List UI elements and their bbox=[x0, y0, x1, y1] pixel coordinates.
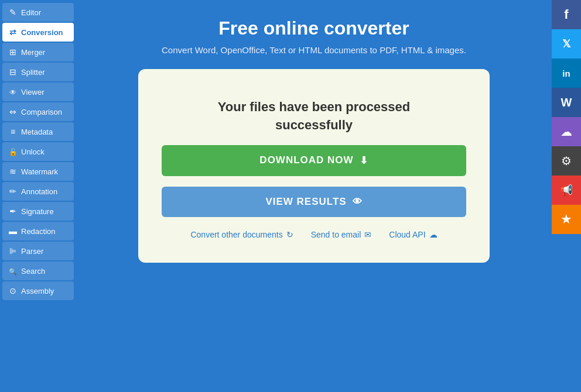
sidebar-label-parser: Parser bbox=[21, 247, 43, 256]
cloud-api-link[interactable]: Cloud API bbox=[389, 230, 437, 239]
sidebar-label-redaction: Redaction bbox=[21, 227, 56, 236]
sidebar-label-metadata: Metadata bbox=[21, 128, 53, 136]
redaction-icon bbox=[8, 226, 18, 236]
sidebar-label-unlock: Unlock bbox=[21, 147, 45, 156]
sidebar-label-viewer: Viewer bbox=[21, 88, 45, 97]
sidebar-item-editor[interactable]: Editor bbox=[2, 3, 74, 22]
annotation-icon bbox=[8, 187, 18, 196]
success-line1: Your files have been processed bbox=[218, 99, 411, 114]
search-icon bbox=[8, 266, 18, 276]
editor-icon bbox=[8, 8, 18, 17]
convert-other-label: Convert other documents bbox=[190, 230, 282, 239]
download-button-label: DOWNLOAD NOW bbox=[259, 154, 353, 166]
sidebar-item-annotation[interactable]: Annotation bbox=[2, 182, 74, 201]
social-linkedin-button[interactable]: in bbox=[552, 59, 581, 88]
page-title: Free online converter bbox=[218, 18, 409, 39]
sidebar-label-editor: Editor bbox=[21, 8, 41, 17]
sidebar: Editor Conversion Merger Splitter Viewer… bbox=[0, 0, 76, 392]
megaphone-icon: 📢 bbox=[560, 184, 573, 197]
sidebar-item-viewer[interactable]: Viewer bbox=[2, 82, 74, 101]
sidebar-item-comparison[interactable]: Comparison bbox=[2, 102, 74, 121]
cloud-api-label: Cloud API bbox=[389, 230, 425, 239]
sidebar-label-comparison: Comparison bbox=[21, 108, 62, 116]
sidebar-label-search: Search bbox=[21, 267, 45, 276]
result-card: Your files have been processed successfu… bbox=[138, 69, 490, 263]
email-icon bbox=[364, 230, 371, 239]
social-github-button[interactable]: ⚙ bbox=[552, 146, 581, 176]
social-word-button[interactable]: W bbox=[552, 88, 581, 117]
cloud-icon bbox=[429, 230, 438, 239]
sidebar-label-watermark: Watermark bbox=[21, 167, 58, 176]
watermark-icon bbox=[8, 167, 18, 176]
parser-icon bbox=[8, 246, 18, 256]
sidebar-label-splitter: Splitter bbox=[21, 68, 45, 77]
download-button[interactable]: DOWNLOAD NOW bbox=[162, 145, 466, 176]
splitter-icon bbox=[8, 67, 18, 77]
success-message: Your files have been processed successfu… bbox=[218, 98, 411, 135]
linkedin-icon: in bbox=[562, 68, 570, 78]
page-subtitle: Convert Word, OpenOffice, Text or HTML d… bbox=[162, 45, 466, 55]
social-bar: f 𝕏 in W ☁ ⚙ 📢 ★ bbox=[552, 0, 581, 392]
cloud-social-icon: ☁ bbox=[561, 125, 572, 139]
sidebar-item-unlock[interactable]: Unlock bbox=[2, 142, 74, 161]
social-facebook-button[interactable]: f bbox=[552, 0, 581, 29]
sidebar-item-signature[interactable]: Signature bbox=[2, 202, 74, 221]
sidebar-label-annotation: Annotation bbox=[21, 187, 57, 196]
eye-icon: 👁 bbox=[353, 197, 363, 207]
sidebar-item-assembly[interactable]: Assembly bbox=[2, 281, 74, 300]
social-twitter-button[interactable]: 𝕏 bbox=[552, 29, 581, 59]
conversion-icon bbox=[8, 27, 18, 37]
metadata-icon bbox=[8, 127, 18, 136]
send-email-label: Send to email bbox=[311, 230, 361, 239]
comparison-icon bbox=[8, 107, 18, 116]
download-arrow-icon bbox=[360, 154, 368, 167]
send-to-email-link[interactable]: Send to email bbox=[311, 230, 372, 239]
sidebar-label-assembly: Assembly bbox=[21, 287, 54, 295]
view-button-label: VIEW RESULTS bbox=[265, 196, 346, 208]
github-icon: ⚙ bbox=[561, 154, 572, 168]
sidebar-item-search[interactable]: Search bbox=[2, 262, 74, 280]
assembly-icon bbox=[8, 286, 18, 295]
unlock-icon bbox=[8, 147, 18, 156]
social-megaphone-button[interactable]: 📢 bbox=[552, 176, 581, 205]
sidebar-item-redaction[interactable]: Redaction bbox=[2, 222, 74, 240]
sidebar-label-merger: Merger bbox=[21, 48, 45, 57]
sidebar-item-watermark[interactable]: Watermark bbox=[2, 162, 74, 181]
twitter-icon: 𝕏 bbox=[562, 37, 571, 50]
social-cloud-button[interactable]: ☁ bbox=[552, 117, 581, 146]
sidebar-label-conversion: Conversion bbox=[21, 28, 63, 37]
signature-icon bbox=[8, 207, 18, 216]
refresh-icon bbox=[286, 230, 293, 239]
facebook-icon: f bbox=[564, 7, 568, 22]
sidebar-item-conversion[interactable]: Conversion bbox=[2, 23, 74, 42]
success-line2: successfully bbox=[275, 118, 353, 132]
merger-icon bbox=[8, 47, 18, 57]
sidebar-item-merger[interactable]: Merger bbox=[2, 43, 74, 61]
view-results-button[interactable]: VIEW RESULTS 👁 bbox=[162, 187, 466, 217]
viewer-icon bbox=[8, 87, 18, 97]
sidebar-item-metadata[interactable]: Metadata bbox=[2, 122, 74, 141]
star-icon: ★ bbox=[561, 212, 572, 227]
sidebar-item-splitter[interactable]: Splitter bbox=[2, 63, 74, 81]
social-star-button[interactable]: ★ bbox=[552, 205, 581, 234]
word-icon: W bbox=[561, 96, 572, 109]
sidebar-item-parser[interactable]: Parser bbox=[2, 242, 74, 260]
convert-other-link[interactable]: Convert other documents bbox=[190, 230, 293, 239]
sidebar-label-signature: Signature bbox=[21, 207, 54, 216]
card-links: Convert other documents Send to email Cl… bbox=[190, 230, 437, 239]
main-content: Free online converter Convert Word, Open… bbox=[76, 0, 552, 392]
